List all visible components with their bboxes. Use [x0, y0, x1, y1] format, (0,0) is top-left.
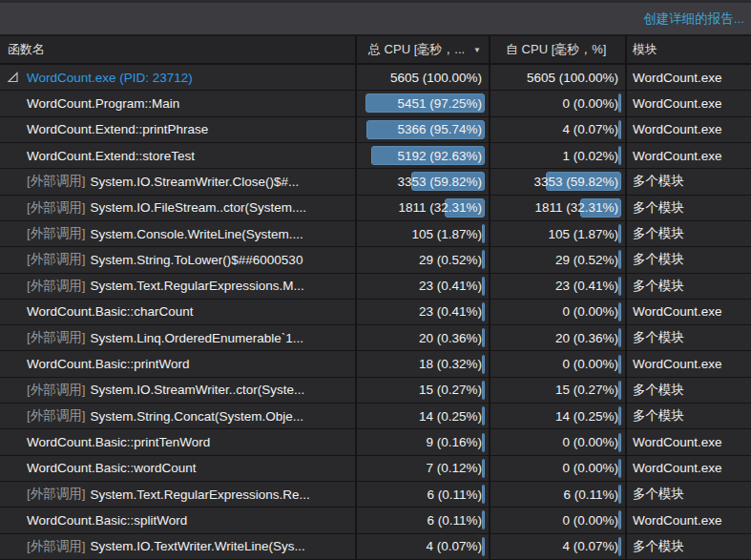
module-name: 多个模块 — [633, 382, 684, 399]
function-name: System.IO.StreamWriter..ctor(Syste... — [91, 383, 305, 397]
table-row[interactable]: [外部调用]System.String.ToLower()$##60005302… — [0, 247, 751, 273]
total-cpu-value: 3353 (59.82%) — [397, 175, 482, 189]
function-cell: WordCount.exe (PID: 23712) — [0, 65, 357, 90]
self-cpu-value: 0 (0.00%) — [562, 513, 618, 528]
function-cell: WordCount.Basic::printWord — [0, 351, 357, 376]
total-cpu-cell: 5192 (92.63%) — [357, 143, 490, 168]
function-cell: WordCount.Extend::storeTest — [0, 143, 357, 168]
total-cpu-value: 7 (0.12%) — [426, 461, 482, 475]
cpu-usage-profiler-view: 创建详细的报告... 函数名 总 CPU [毫秒，... ▼ 自 CPU [毫秒… — [0, 0, 751, 560]
module-name: WordCount.exe — [633, 435, 722, 449]
total-cpu-value: 5192 (92.63%) — [397, 149, 482, 163]
module-cell: WordCount.exe — [627, 351, 751, 376]
table-row[interactable]: [外部调用]System.IO.TextWriter.WriteLine(Sys… — [0, 534, 751, 560]
function-cell: [外部调用]System.String.Concat(System.Obje..… — [0, 404, 357, 428]
total-cpu-value: 15 (0.27%) — [419, 383, 482, 397]
column-header-label: 函数名 — [8, 41, 45, 58]
module-name: 多个模块 — [633, 225, 684, 242]
total-cpu-cell: 6 (0.11%) — [357, 482, 490, 507]
column-header-total-cpu[interactable]: 总 CPU [毫秒，... ▼ — [357, 36, 490, 63]
module-cell: 多个模块 — [627, 247, 751, 272]
module-cell: WordCount.exe — [627, 456, 751, 481]
column-header-function-name[interactable]: 函数名 — [0, 36, 357, 63]
table-row[interactable]: WordCount.Basic::charCount23 (0.41%)0 (0… — [0, 300, 751, 325]
module-name: WordCount.exe — [633, 71, 722, 85]
module-cell: 多个模块 — [627, 274, 751, 299]
table-row[interactable]: [外部调用]System.Text.RegularExpressions.Re.… — [0, 482, 751, 508]
total-cpu-value: 23 (0.41%) — [419, 304, 482, 319]
total-cpu-value: 4 (0.07%) — [426, 539, 482, 553]
cpu-usage-bar — [618, 328, 621, 347]
function-cell: [外部调用]System.IO.TextWriter.WriteLine(Sys… — [0, 534, 357, 559]
module-cell: 多个模块 — [627, 325, 751, 350]
external-call-prefix: [外部调用] — [27, 251, 86, 268]
cpu-usage-bar — [482, 537, 485, 556]
external-call-prefix: [外部调用] — [27, 173, 86, 190]
table-row[interactable]: WordCount.Basic::splitWord6 (0.11%)0 (0.… — [0, 508, 751, 533]
cpu-usage-bar — [618, 459, 621, 478]
module-name: 多个模块 — [633, 199, 684, 217]
table-row[interactable]: WordCount.Basic::printTenWord9 (0.16%)0 … — [0, 429, 751, 455]
table-row[interactable]: WordCount.Basic::printWord18 (0.32%)0 (0… — [0, 351, 751, 377]
module-name: 多个模块 — [633, 329, 684, 346]
total-cpu-value: 29 (0.52%) — [419, 253, 482, 267]
table-row[interactable]: WordCount.Basic::wordCount7 (0.12%)0 (0.… — [0, 456, 751, 482]
table-row[interactable]: [外部调用]System.IO.StreamWriter.Close()$#..… — [0, 169, 751, 195]
external-call-prefix: [外部调用] — [27, 538, 86, 555]
self-cpu-value: 0 (0.00%) — [562, 304, 618, 319]
self-cpu-cell: 4 (0.07%) — [490, 117, 627, 142]
cpu-usage-bar — [618, 250, 621, 269]
cpu-usage-bar — [482, 485, 485, 504]
function-name: WordCount.Program::Main — [27, 96, 179, 111]
self-cpu-cell: 6 (0.11%) — [490, 482, 627, 507]
call-tree-table-body: WordCount.exe (PID: 23712)5605 (100.00%)… — [0, 65, 751, 560]
module-name: 多个模块 — [633, 486, 684, 503]
table-row[interactable]: WordCount.Extend::printPhrase5366 (95.74… — [0, 117, 751, 143]
module-cell: WordCount.exe — [627, 429, 751, 454]
cpu-usage-bar — [482, 277, 485, 296]
self-cpu-value: 0 (0.00%) — [562, 435, 618, 449]
total-cpu-cell: 29 (0.52%) — [357, 247, 490, 272]
function-cell: WordCount.Basic::printTenWord — [0, 429, 357, 454]
self-cpu-value: 23 (0.41%) — [555, 279, 618, 293]
self-cpu-value: 5605 (100.00%) — [527, 71, 618, 85]
table-row[interactable]: WordCount.Program::Main5451 (97.25%)0 (0… — [0, 91, 751, 116]
module-cell: 多个模块 — [627, 482, 751, 507]
table-row[interactable]: WordCount.Extend::storeTest5192 (92.63%)… — [0, 143, 751, 169]
self-cpu-value: 0 (0.00%) — [562, 461, 618, 475]
self-cpu-value: 1811 (32.31%) — [534, 200, 618, 215]
column-header-module[interactable]: 模块 — [627, 36, 751, 63]
column-header-self-cpu[interactable]: 自 CPU [毫秒，%] — [490, 36, 627, 63]
cpu-usage-bar — [482, 250, 485, 269]
function-cell: WordCount.Basic::wordCount — [0, 456, 357, 481]
total-cpu-value: 5605 (100.00%) — [390, 71, 482, 85]
total-cpu-cell: 5366 (95.74%) — [357, 117, 490, 142]
total-cpu-cell: 5605 (100.00%) — [357, 65, 490, 90]
table-row[interactable]: WordCount.exe (PID: 23712)5605 (100.00%)… — [0, 65, 751, 91]
create-detailed-report-link[interactable]: 创建详细的报告... — [643, 10, 744, 28]
cpu-usage-bar — [618, 302, 621, 321]
module-name: WordCount.exe — [633, 149, 722, 163]
self-cpu-cell: 0 (0.00%) — [490, 429, 627, 454]
total-cpu-cell: 23 (0.41%) — [357, 274, 490, 299]
module-cell: 多个模块 — [627, 221, 751, 246]
function-cell: WordCount.Basic::charCount — [0, 300, 357, 324]
cpu-usage-bar — [482, 510, 485, 529]
table-row[interactable]: [外部调用]System.Console.WriteLine(System...… — [0, 221, 751, 247]
module-cell: 多个模块 — [627, 169, 751, 194]
cpu-usage-bar — [618, 433, 621, 452]
expanded-node-triangle-icon[interactable] — [7, 72, 19, 84]
table-row[interactable]: [外部调用]System.Text.RegularExpressions.M..… — [0, 274, 751, 300]
self-cpu-cell: 4 (0.07%) — [490, 534, 627, 559]
table-row[interactable]: [外部调用]System.Linq.OrderedEnumerable`1...… — [0, 325, 751, 351]
function-cell: [外部调用]System.String.ToLower()$##6000530 — [0, 247, 357, 272]
self-cpu-cell: 29 (0.52%) — [490, 247, 627, 272]
total-cpu-cell: 5451 (97.25%) — [357, 91, 490, 115]
table-row[interactable]: [外部调用]System.String.Concat(System.Obje..… — [0, 404, 751, 429]
cpu-usage-bar — [482, 433, 485, 452]
self-cpu-cell: 3353 (59.82%) — [490, 169, 627, 194]
self-cpu-value: 105 (1.87%) — [548, 227, 618, 241]
function-cell: [外部调用]System.IO.StreamWriter.Close()$#..… — [0, 169, 357, 194]
table-row[interactable]: [外部调用]System.IO.FileStream..ctor(System.… — [0, 196, 751, 221]
table-row[interactable]: [外部调用]System.IO.StreamWriter..ctor(Syste… — [0, 378, 751, 404]
